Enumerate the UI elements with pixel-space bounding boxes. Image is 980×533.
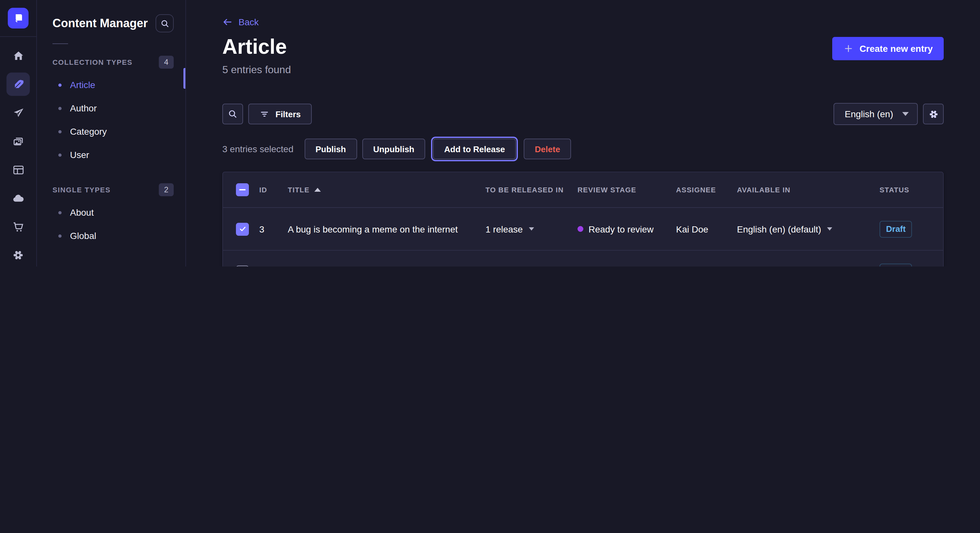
section-count-badge: 4: [159, 56, 174, 69]
bullet-icon: [58, 153, 62, 156]
row-checkbox[interactable]: [236, 265, 249, 266]
sidebar-item-global[interactable]: Global: [37, 224, 185, 247]
cell-title: A bug is becoming a meme on the internet: [288, 224, 485, 234]
back-button[interactable]: Back: [222, 17, 259, 27]
sidebar-header: Content Manager: [37, 14, 185, 32]
sidebar-search-button[interactable]: [156, 14, 174, 32]
stage-label: Ready to review: [589, 224, 654, 234]
filters-label: Filters: [275, 109, 301, 119]
rail-item-content-type-builder[interactable]: [6, 158, 30, 181]
header-cell-title[interactable]: TITLE: [288, 186, 485, 194]
cell-status: Draft: [880, 220, 943, 237]
locale-menu[interactable]: English (en) (default): [737, 224, 832, 234]
layout-icon: [12, 163, 24, 176]
filters-button[interactable]: Filters: [248, 104, 312, 124]
locale-chevron-icon: [827, 227, 832, 230]
sidebar-item-about[interactable]: About: [37, 201, 185, 224]
media-library-icon: [12, 135, 24, 148]
row-checkbox[interactable]: [236, 222, 249, 235]
create-new-entry-label: Create new entry: [859, 43, 933, 54]
create-new-entry-button[interactable]: Create new entry: [832, 37, 944, 60]
cell-select: [223, 222, 259, 235]
cell-stage: Ready to review: [578, 224, 676, 234]
rail-item-settings[interactable]: [6, 244, 30, 266]
page-title: Article: [222, 36, 291, 58]
sidebar-item-category[interactable]: Category: [37, 120, 185, 143]
selection-count: 3 entries selected: [222, 144, 293, 154]
search-icon: [160, 19, 170, 28]
view-settings-button[interactable]: [923, 104, 944, 124]
rail-item-releases[interactable]: [6, 101, 30, 124]
bullet-icon: [58, 130, 62, 133]
section-count-badge: 2: [159, 183, 174, 196]
gear-icon: [12, 249, 25, 262]
header-cell-select: [223, 183, 259, 196]
unpublish-button[interactable]: Unpublish: [362, 139, 425, 159]
title-header-label: TITLE: [288, 186, 310, 194]
stage-dot: [578, 226, 583, 232]
sidebar-item-label: User: [70, 150, 89, 160]
table-row[interactable]: 3 A bug is becoming a meme on the intern…: [223, 208, 943, 251]
entries-count: 5 entries found: [222, 64, 291, 76]
bullet-icon: [58, 106, 62, 110]
paper-plane-icon: [12, 106, 24, 119]
sidebar-divider: [52, 43, 68, 44]
sort-asc-icon: [314, 188, 320, 192]
back-link-label: Back: [239, 17, 259, 27]
section-collection-types: COLLECTION TYPES 4 ArticleAuthorCategory…: [37, 54, 185, 167]
chevron-down-icon: [902, 112, 909, 116]
release-count: 1 release: [485, 224, 523, 234]
checkbox-check-icon: [238, 225, 247, 233]
sidebar-item-article[interactable]: Article: [37, 73, 185, 97]
section-header: SINGLE TYPES 2: [37, 182, 185, 198]
delete-button[interactable]: Delete: [524, 139, 571, 159]
locale-select[interactable]: English (en): [834, 103, 918, 125]
row-title: A bug is becoming a meme on the internet: [288, 224, 458, 234]
sidebar-title: Content Manager: [52, 16, 148, 30]
rail-item-deploy[interactable]: [6, 187, 30, 210]
table-row[interactable]: 4 Beautiful picture - To do - English (e…: [223, 251, 943, 266]
feather-icon: [12, 78, 24, 90]
row-assignee: Kai Doe: [676, 224, 708, 234]
sidebar-item-label: About: [70, 207, 94, 217]
row-locale: English (en) (default): [737, 224, 821, 234]
sidebar: Content Manager COLLECTION TYPES 4 Artic…: [37, 0, 186, 266]
bullet-icon: [58, 83, 62, 86]
status-badge: Draft: [880, 263, 912, 266]
header-cell-id: ID: [259, 186, 288, 194]
rail-item-marketplace[interactable]: [6, 215, 30, 238]
single-types-list: AboutGlobal: [37, 201, 185, 247]
plus-icon: [843, 43, 854, 54]
back-arrow-icon: [222, 17, 233, 27]
gear-icon: [928, 108, 939, 119]
section-label: COLLECTION TYPES: [52, 58, 132, 66]
section-header: COLLECTION TYPES 4: [37, 54, 185, 70]
title-block: Article 5 entries found: [222, 36, 291, 76]
section-single-types: SINGLE TYPES 2 AboutGlobal: [37, 182, 185, 247]
add-to-release-button[interactable]: Add to Release: [433, 139, 516, 159]
cell-assignee: Kai Doe: [676, 224, 737, 234]
table-body: 3 A bug is becoming a meme on the intern…: [223, 208, 943, 266]
search-button[interactable]: [222, 104, 243, 124]
sidebar-item-label: Global: [70, 230, 96, 241]
rail-item-home[interactable]: [6, 44, 30, 67]
selection-bar: 3 entries selected Publish Unpublish Add…: [222, 139, 944, 159]
select-all-checkbox[interactable]: [236, 183, 249, 196]
strapi-logo[interactable]: [8, 8, 29, 29]
locale-value: English (en): [845, 109, 893, 119]
cell-status: Draft: [880, 263, 943, 266]
header-cell-status: STATUS: [880, 186, 943, 194]
publish-button[interactable]: Publish: [304, 139, 357, 159]
cell-release: 1 release: [485, 224, 578, 234]
sidebar-item-user[interactable]: User: [37, 143, 185, 167]
filter-lines-icon: [259, 109, 270, 119]
sidebar-item-label: Category: [70, 126, 107, 136]
sidebar-item-author[interactable]: Author: [37, 97, 185, 120]
bullet-icon: [58, 234, 62, 237]
release-menu[interactable]: 1 release: [485, 224, 534, 234]
rail-item-media-library[interactable]: [6, 130, 30, 153]
bullet-icon: [58, 211, 62, 214]
active-item-indicator: [183, 68, 185, 89]
rail-item-content-manager[interactable]: [6, 73, 30, 96]
toolbar-right: English (en): [834, 103, 944, 125]
